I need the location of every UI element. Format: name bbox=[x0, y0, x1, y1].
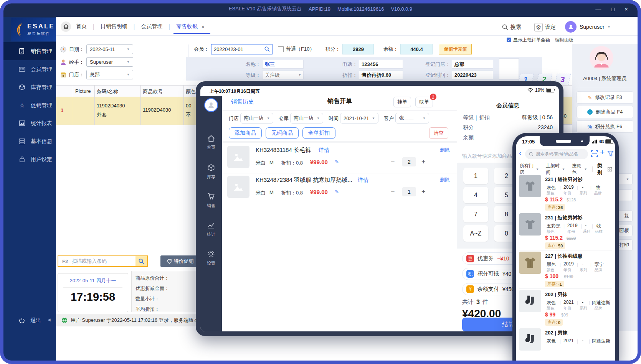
sidebar-item-user-settings[interactable]: 用户设定 bbox=[3, 150, 56, 168]
clear-button[interactable]: 清空 bbox=[429, 127, 448, 139]
show-last-order-label[interactable]: 显示上笔订单金额 bbox=[513, 37, 550, 43]
normal-checkbox[interactable] bbox=[278, 46, 284, 52]
filter-all-stores[interactable]: 所有门店▼ bbox=[520, 163, 539, 176]
keypad-key[interactable]: 4 bbox=[463, 187, 488, 203]
tablet-avatar[interactable] bbox=[204, 98, 218, 112]
edit-panel-link[interactable]: 编辑面板 bbox=[555, 37, 573, 43]
t-warehouse-select[interactable]: 南山一店▼ bbox=[290, 113, 323, 124]
phone-search-input[interactable]: 搜索条码/款号/商品名 bbox=[525, 149, 588, 159]
settings-button[interactable]: ⚙ 设定 bbox=[534, 22, 556, 32]
item-detail-link[interactable]: 详情 bbox=[319, 147, 329, 154]
tablet-nav-settings[interactable]: 设置 bbox=[200, 250, 222, 266]
delete-product-button[interactable]: − 删除商品 F4 bbox=[577, 106, 633, 118]
add-icon[interactable]: + bbox=[600, 148, 605, 157]
phone-product-card[interactable]: 202 | 男袜 灰色 ｜ 2021 ｜ - ｜ 阿迪达斯 颜色 年份 系列 品… bbox=[516, 289, 615, 328]
item-remove-link[interactable]: 删除 bbox=[440, 147, 450, 153]
whole-order-discount-button[interactable]: 全单折扣 bbox=[302, 127, 335, 139]
avatar bbox=[565, 21, 577, 33]
user-menu[interactable]: Superuser ▼ bbox=[565, 21, 611, 33]
tablet-nav-inventory[interactable]: 库存 bbox=[200, 164, 222, 180]
edit-price-icon[interactable]: ✎ bbox=[335, 189, 339, 194]
tablet-nav-stats[interactable]: 统计 bbox=[200, 221, 222, 237]
edit-record-button[interactable]: ✎ 修改记录 F3 bbox=[577, 91, 633, 104]
keypad-key[interactable]: A~Z bbox=[463, 225, 488, 242]
tab-home[interactable]: 首页 bbox=[76, 23, 87, 30]
add-product-button[interactable]: 添加商品 bbox=[229, 127, 262, 139]
attr-separator: ｜ bbox=[575, 185, 580, 191]
special-promo-button[interactable]: 特价促销 bbox=[160, 255, 200, 267]
sidebar-item-sales[interactable]: 销售管理 bbox=[3, 42, 56, 60]
filter-icon[interactable] bbox=[607, 150, 614, 157]
tablet-nav-sales[interactable]: 销售 bbox=[200, 193, 222, 209]
global-search[interactable]: 搜索 bbox=[502, 22, 521, 32]
minimize-button[interactable]: — bbox=[595, 6, 601, 12]
search-icon[interactable] bbox=[264, 46, 270, 52]
desktop-window: ESALE-V10 易售乐销售系统云台 APPID:19 Mobile:1812… bbox=[0, 0, 641, 364]
tab-member-mgmt[interactable]: 会员管理 bbox=[141, 23, 162, 30]
member-row: 会员： 20220423-01 普通（F10） 积分： 2929 余额： 440… bbox=[194, 44, 472, 54]
sidebar-item-reports[interactable]: 统计报表 bbox=[3, 114, 56, 132]
clock-icon bbox=[60, 46, 67, 53]
t-customer-select[interactable]: 张三三▼ bbox=[395, 113, 429, 124]
checkbox-checked-icon[interactable]: ✓ bbox=[507, 38, 511, 42]
member-label: 会员： bbox=[194, 46, 209, 53]
item-code: KH324831184 bbox=[256, 147, 292, 153]
handler-select[interactable]: Superuser▼ bbox=[86, 57, 133, 67]
settings-label: 设定 bbox=[545, 24, 556, 31]
t-store-select[interactable]: 南山一店▼ bbox=[240, 113, 273, 124]
recharge-button[interactable]: 储值卡充值 bbox=[439, 44, 472, 54]
scan-search-button[interactable] bbox=[135, 256, 147, 266]
quick-add-input[interactable]: 输入款号快速添加商品 bbox=[462, 153, 512, 160]
item-discount: 折扣：0.8 bbox=[281, 160, 303, 166]
table-row[interactable]: 1 11902D4030 外套 11902D4030 00 不 bbox=[56, 97, 196, 125]
date-select[interactable]: 2022-05-11▼ bbox=[86, 44, 133, 54]
edit-price-icon[interactable]: ✎ bbox=[335, 159, 339, 165]
t-customer-label: 客户 bbox=[384, 115, 394, 122]
store-select[interactable]: 总部▼ bbox=[86, 70, 133, 79]
tab-daily-sales[interactable]: 日销售明细 bbox=[101, 23, 127, 30]
reg-store-label: 登记门店： bbox=[425, 61, 450, 68]
keypad-key[interactable]: 1 bbox=[463, 168, 488, 184]
normal-label[interactable]: 普通（F10） bbox=[286, 46, 314, 53]
keypad-key[interactable]: 7 bbox=[463, 206, 488, 222]
attr-separator: ｜ bbox=[589, 185, 593, 191]
window-version: V10.0.0.9 bbox=[391, 6, 412, 12]
hold-order-button[interactable]: 挂单 bbox=[393, 97, 411, 107]
points-exchange-button[interactable]: % 积分兑换 F6 bbox=[577, 120, 633, 133]
qty-plus-button[interactable]: + bbox=[421, 188, 426, 196]
level-select[interactable]: 关注级▼ bbox=[262, 71, 304, 79]
member-input[interactable]: 20220423-01 bbox=[211, 44, 273, 54]
grid-icon[interactable] bbox=[608, 167, 612, 172]
phone-product-card[interactable]: 227 | 长袖羽绒服 黑色 ｜ 2019 ｜ - ｜ 李宁 颜色 年份 系列 … bbox=[516, 251, 615, 289]
t-time-select[interactable]: 2021-10-21▼ bbox=[340, 113, 378, 124]
qty-value[interactable]: 1 bbox=[402, 187, 416, 196]
sidebar-item-promotion[interactable]: ☆ 促销管理 bbox=[3, 96, 56, 114]
sidebar-collapse-icon[interactable]: ◀ bbox=[48, 318, 51, 322]
back-chevron-icon[interactable]: ‹ bbox=[519, 148, 522, 157]
item-remove-link[interactable]: 删除 bbox=[440, 176, 450, 183]
maximize-button[interactable]: □ bbox=[611, 6, 615, 12]
close-button[interactable]: × bbox=[624, 6, 628, 12]
item-detail-link[interactable]: 详情 bbox=[358, 177, 368, 184]
qty-value[interactable]: 2 bbox=[402, 157, 416, 166]
tab-retail-cashier[interactable]: 零售收银 bbox=[176, 23, 198, 30]
filter-shelf-time[interactable]: 上架时间▼ bbox=[546, 163, 565, 176]
tablet-nav-home[interactable]: 首页 bbox=[200, 135, 222, 150]
barcode-scan-input[interactable]: F2 扫描或输入条码 bbox=[58, 255, 148, 267]
phone-product-card[interactable]: 202 | 男袜 灰色 ｜ 2021 ｜ - ｜ 阿迪达斯 bbox=[516, 328, 615, 363]
qty-minus-button[interactable]: − bbox=[391, 188, 395, 196]
qty-plus-button[interactable]: + bbox=[421, 158, 426, 166]
sidebar-item-inventory[interactable]: 库存管理 bbox=[3, 78, 56, 96]
store-value: 总部 bbox=[90, 71, 100, 78]
filter-by-style-color[interactable]: 按款色▼ bbox=[572, 163, 587, 176]
home-icon-button[interactable] bbox=[61, 21, 71, 32]
sidebar-item-basic-info[interactable]: 基本信息 bbox=[3, 132, 56, 150]
sidebar-item-members[interactable]: 会员管理 bbox=[3, 60, 56, 78]
tab-close-icon[interactable]: × bbox=[202, 24, 205, 30]
no-code-product-button[interactable]: 无码商品 bbox=[266, 127, 299, 139]
qty-minus-button[interactable]: − bbox=[391, 158, 395, 166]
phone-product-card[interactable]: 231 | 短袖男衬衫 灰色 ｜ 2019 ｜ - ｜ 牧 颜色 年份 系列 品… bbox=[516, 174, 615, 212]
attr-separator: ｜ bbox=[558, 262, 562, 267]
phone-product-card[interactable]: 231 | 短袖男衬衫 五彩黑 ｜ 2019 ｜ - ｜ 牧 颜色 年份 系列 … bbox=[516, 212, 615, 251]
scan-icon[interactable] bbox=[591, 150, 598, 157]
